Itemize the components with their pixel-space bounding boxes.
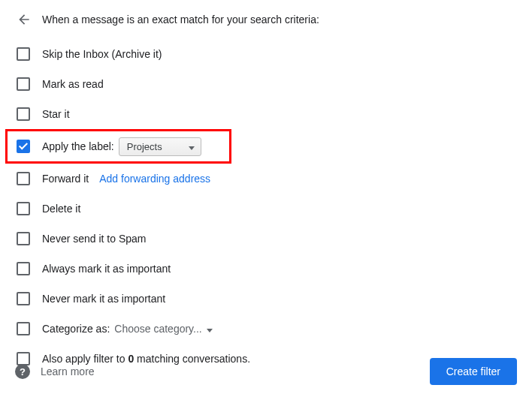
label-dropdown-value: Projects bbox=[127, 141, 162, 152]
label-apply-label: Apply the label: bbox=[42, 140, 114, 152]
label-forward-it: Forward it bbox=[42, 173, 89, 185]
option-delete-it: Delete it bbox=[15, 194, 517, 224]
label-always-important: Always mark it as important bbox=[42, 263, 171, 275]
label-star-it: Star it bbox=[42, 108, 70, 120]
option-never-spam: Never send it to Spam bbox=[15, 224, 517, 254]
header-row: When a message is an exact match for you… bbox=[15, 12, 517, 27]
create-filter-button[interactable]: Create filter bbox=[430, 358, 517, 385]
option-apply-label: Apply the label: Projects bbox=[15, 131, 229, 161]
checkbox-delete-it[interactable] bbox=[17, 202, 30, 215]
label-never-spam: Never send it to Spam bbox=[42, 233, 147, 245]
checkbox-always-important[interactable] bbox=[17, 262, 30, 275]
dropdown-arrow-icon bbox=[207, 323, 213, 335]
option-star-it: Star it bbox=[15, 99, 517, 129]
option-skip-inbox: Skip the Inbox (Archive it) bbox=[15, 39, 517, 69]
checkbox-star-it[interactable] bbox=[17, 107, 30, 121]
help-icon[interactable]: ? bbox=[15, 364, 30, 379]
label-categorize-as: Categorize as: bbox=[42, 323, 110, 335]
checkbox-categorize-as[interactable] bbox=[17, 322, 30, 335]
categorize-dropdown[interactable]: Choose category... bbox=[114, 323, 212, 335]
highlight-apply-label: Apply the label: Projects bbox=[5, 129, 231, 164]
footer: ? Learn more Create filter bbox=[15, 358, 517, 385]
label-delete-it: Delete it bbox=[42, 203, 80, 215]
checkbox-mark-read[interactable] bbox=[17, 77, 30, 91]
footer-left: ? Learn more bbox=[15, 364, 95, 379]
option-mark-read: Mark as read bbox=[15, 69, 517, 99]
option-always-important: Always mark it as important bbox=[15, 254, 517, 284]
checkbox-never-important[interactable] bbox=[17, 292, 30, 305]
dropdown-arrow-icon bbox=[177, 141, 195, 152]
add-forwarding-link[interactable]: Add forwarding address bbox=[99, 173, 210, 185]
label-mark-read: Mark as read bbox=[42, 78, 104, 90]
checkbox-forward-it[interactable] bbox=[17, 172, 30, 185]
option-categorize-as: Categorize as: Choose category... bbox=[15, 314, 517, 344]
option-never-important: Never mark it as important bbox=[15, 284, 517, 314]
back-arrow-icon[interactable] bbox=[17, 12, 32, 27]
option-forward-it: Forward it Add forwarding address bbox=[15, 164, 517, 194]
header-text: When a message is an exact match for you… bbox=[42, 14, 319, 26]
label-skip-inbox: Skip the Inbox (Archive it) bbox=[42, 48, 162, 60]
checkbox-skip-inbox[interactable] bbox=[17, 47, 30, 61]
categorize-value: Choose category... bbox=[114, 323, 201, 335]
label-never-important: Never mark it as important bbox=[42, 293, 165, 305]
checkbox-never-spam[interactable] bbox=[17, 232, 30, 245]
learn-more-link[interactable]: Learn more bbox=[41, 365, 95, 377]
checkbox-apply-label[interactable] bbox=[17, 140, 30, 153]
label-dropdown[interactable]: Projects bbox=[119, 137, 201, 156]
